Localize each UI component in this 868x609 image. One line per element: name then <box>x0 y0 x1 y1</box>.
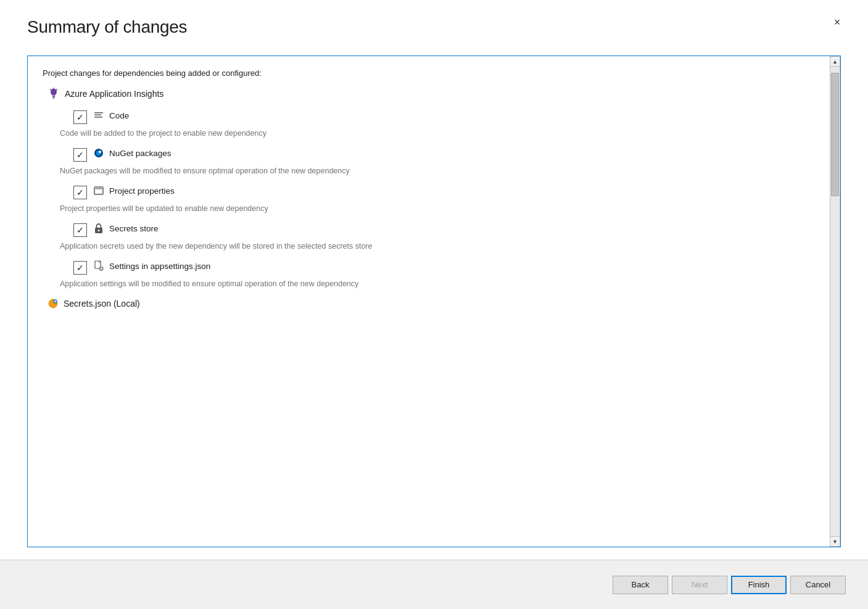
secrets-json-row: Secrets.json (Local) <box>48 298 830 309</box>
project-props-label: Project properties <box>109 186 175 196</box>
svg-rect-1 <box>52 96 56 97</box>
code-checkbox[interactable]: ✓ <box>73 110 87 124</box>
appsettings-content: Settings in appsettings.json <box>93 260 830 274</box>
code-desc: Code will be added to the project to ena… <box>60 129 830 138</box>
project-properties-icon <box>93 185 104 196</box>
secrets-json-label: Secrets.json (Local) <box>64 299 140 309</box>
secrets-desc: Application secrets used by the new depe… <box>60 242 830 251</box>
secrets-checkbox[interactable]: ✓ <box>73 223 87 237</box>
finish-button[interactable]: Finish <box>731 576 787 594</box>
code-label: Code <box>109 111 129 120</box>
appsettings-checkbox[interactable]: ✓ <box>73 261 87 275</box>
title-bar: Summary of changes × <box>0 0 868 43</box>
secrets-content: Secrets store <box>93 223 830 236</box>
list-item: ✓ Secrets store <box>73 223 830 237</box>
svg-point-16 <box>98 230 100 231</box>
code-item-content: Code <box>93 110 830 123</box>
svg-rect-21 <box>101 270 101 271</box>
nuget-desc: NuGet packages will be modified to ensur… <box>60 167 830 175</box>
code-icon <box>93 110 104 121</box>
content-area: Project changes for dependencies being a… <box>0 43 868 560</box>
section-header: Azure Application Insights <box>48 88 830 100</box>
summary-dialog: Summary of changes × Project changes for… <box>0 0 868 609</box>
secrets-json-icon <box>48 298 59 309</box>
svg-point-12 <box>99 151 101 153</box>
svg-rect-9 <box>94 117 102 118</box>
scrollbar: ▲ ▼ <box>830 56 840 547</box>
nuget-checkbox[interactable]: ✓ <box>73 148 87 162</box>
dialog-title: Summary of changes <box>27 17 187 37</box>
secrets-label: Secrets store <box>109 224 159 233</box>
appsettings-label: Settings in appsettings.json <box>109 262 210 271</box>
list-item: ✓ <box>73 260 830 275</box>
scroll-up-arrow[interactable]: ▲ <box>830 56 840 67</box>
svg-rect-2 <box>52 97 55 97</box>
list-item: ✓ NuGet package <box>73 147 830 162</box>
nuget-icon <box>93 147 104 159</box>
list-item: ✓ Project properties <box>73 185 830 199</box>
settings-icon <box>93 260 104 271</box>
svg-rect-14 <box>94 187 103 189</box>
nuget-item-content: NuGet packages <box>93 147 830 161</box>
svg-rect-22 <box>99 268 101 269</box>
footer: Back Next Finish Cancel <box>0 560 868 609</box>
list-item: ✓ Code <box>73 110 830 124</box>
changes-scroll[interactable]: Project changes for dependencies being a… <box>28 56 840 547</box>
svg-rect-8 <box>94 115 101 116</box>
cancel-button[interactable]: Cancel <box>790 576 846 594</box>
project-props-content: Project properties <box>93 185 830 199</box>
nuget-label: NuGet packages <box>109 149 172 158</box>
lightbulb-icon <box>48 88 60 100</box>
svg-point-0 <box>51 89 57 96</box>
next-button[interactable]: Next <box>672 576 727 594</box>
back-button[interactable]: Back <box>613 576 668 594</box>
svg-rect-7 <box>94 112 103 114</box>
appsettings-desc: Application settings will be modified to… <box>60 280 830 288</box>
svg-rect-3 <box>53 98 55 99</box>
project-props-desc: Project properties will be updated to en… <box>60 204 830 213</box>
content-header: Project changes for dependencies being a… <box>43 68 830 78</box>
svg-rect-20 <box>101 267 101 268</box>
changes-box: Project changes for dependencies being a… <box>27 56 841 547</box>
close-button[interactable]: × <box>829 14 846 31</box>
svg-rect-23 <box>102 268 104 269</box>
svg-line-5 <box>57 89 57 90</box>
section-title: Azure Application Insights <box>65 89 163 99</box>
lock-icon <box>93 223 104 234</box>
project-props-checkbox[interactable]: ✓ <box>73 186 87 199</box>
svg-line-6 <box>51 89 51 90</box>
scroll-down-arrow[interactable]: ▼ <box>830 536 840 547</box>
